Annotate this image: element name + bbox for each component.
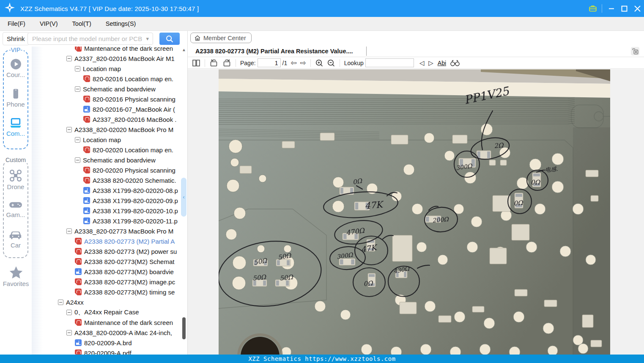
tree-item[interactable]: 820-02016 Location map en. <box>32 74 187 84</box>
tree-item[interactable]: A2338 820-02773 (M2) power su <box>32 246 187 256</box>
close-button[interactable] <box>631 0 644 17</box>
titlebar-separator <box>602 4 602 13</box>
tree-item-label: A2438_820-02009-A iMac 24-inch, <box>74 329 172 336</box>
active-document-tab[interactable]: A2338 820-02773 (M2) Partial Area Resist… <box>188 46 366 57</box>
tree-item[interactable]: 0、A24xx Repair Case <box>32 307 187 317</box>
next-page-button[interactable]: ⇨ <box>299 59 308 66</box>
rail-item-drone[interactable]: Drone <box>4 169 27 190</box>
rail-item-computer[interactable]: Com... <box>4 118 27 137</box>
prev-page-button[interactable]: ⇦ <box>289 59 298 66</box>
tree-item[interactable]: A2338 820-02773(M2) boardvie <box>32 267 187 277</box>
search-button[interactable] <box>159 33 180 45</box>
tab-separator <box>366 47 367 56</box>
tree-item-label: Location map <box>83 136 121 143</box>
chevron-down-icon[interactable]: ▾ <box>146 36 153 42</box>
menu-vip[interactable]: VIP(V) <box>39 19 59 28</box>
svg-text:0Ω: 0Ω <box>363 279 374 288</box>
collapse-node-icon[interactable] <box>66 330 72 336</box>
collapse-node-icon[interactable] <box>58 300 63 305</box>
close-tab-button[interactable] <box>631 47 639 55</box>
zoom-in-button[interactable] <box>313 59 325 67</box>
tree-item[interactable]: A2337_820-02016 MacBook . <box>32 114 187 124</box>
pdf-file-icon <box>75 289 82 295</box>
collapse-node-icon[interactable] <box>75 157 80 163</box>
tree-item[interactable]: A2338 820-02773 (M2) Partial A <box>32 236 187 246</box>
top-strip: Shrink ▾ Member Center <box>0 31 644 47</box>
tree-item[interactable]: A2337_820-02016 MacBook Air M1 <box>32 53 187 63</box>
tree-item[interactable]: Maintenance of the dark screen <box>32 317 187 327</box>
tree-item[interactable]: A2338 X1799-820-02020-10.p <box>32 206 187 216</box>
maximize-button[interactable] <box>618 0 631 17</box>
lookup-prev-button[interactable]: ◁ <box>417 60 427 66</box>
rail-item-phone[interactable]: Phone <box>4 88 27 108</box>
collapse-node-icon[interactable] <box>66 56 72 61</box>
tree-item[interactable]: 820-02009-A.brd <box>32 338 187 348</box>
tree-item[interactable]: 820-02020 Physical scanning <box>32 165 187 175</box>
gamepad-icon <box>9 200 22 210</box>
collapse-node-icon[interactable] <box>75 86 80 92</box>
member-center-label: Member Center <box>203 35 246 41</box>
tree-item-label: A24xx <box>66 299 84 306</box>
scroll-up-icon[interactable]: ▲ <box>181 47 186 52</box>
lookup-next-button[interactable]: ▷ <box>426 60 436 66</box>
rotate-right-button[interactable] <box>220 59 233 67</box>
tree-item[interactable]: 820-02016-07_MacBook Air ( <box>32 104 187 114</box>
rail-item-favorites[interactable]: Favorites <box>0 266 32 287</box>
tree-item[interactable]: A2338 820-02773(M2) timing se <box>32 287 187 297</box>
tree-item[interactable]: Location map <box>32 63 187 74</box>
zoom-out-button[interactable] <box>325 59 337 67</box>
search-input[interactable] <box>28 35 146 42</box>
collapse-node-icon[interactable] <box>66 127 72 132</box>
tree-item[interactable]: A2338 820-02020 Schematic. <box>32 175 187 185</box>
rail-item-label: Gam... <box>6 211 25 218</box>
tree-item[interactable]: A2338 X1799-820-02020-09.p <box>32 195 187 206</box>
collapse-node-icon[interactable] <box>75 66 80 72</box>
tree-item[interactable]: A2338 X1799-820-02020-11.p <box>32 216 187 226</box>
document-canvas[interactable]: PP1V252Ω300Ω0Ω→电感.0Ω0Ω47K200Ω470Ω47K300Ω… <box>188 69 644 355</box>
tree-item[interactable]: Schematic and boardview <box>32 155 187 165</box>
pdf-file-icon <box>75 47 82 52</box>
shrink-button[interactable]: Shrink <box>3 32 29 45</box>
collapse-node-icon[interactable] <box>66 310 72 315</box>
tree-item-label: 820-02016-07_MacBook Air ( <box>93 106 175 113</box>
vip-briefcase-icon[interactable] <box>586 0 599 17</box>
rotate-left-button[interactable] <box>208 59 220 67</box>
pdf-file-icon <box>83 116 90 123</box>
rail-item-car[interactable]: Car <box>4 229 27 249</box>
tree-item[interactable]: 820-02016 Physical scanning <box>32 94 187 104</box>
tree-item[interactable]: A2338_820-02773 MacBook Pro M <box>32 226 187 236</box>
menu-file[interactable]: File(F) <box>7 19 26 28</box>
scrollbar-thumb[interactable] <box>182 317 186 339</box>
tree-item[interactable]: Location map <box>32 135 187 145</box>
tree-item[interactable]: A2338 820-02773(M2) image.pc <box>32 277 187 287</box>
collapse-node-icon[interactable] <box>75 137 80 143</box>
tree-item[interactable]: A2438_820-02009-A iMac 24-inch, <box>32 327 187 338</box>
binoculars-search-button[interactable] <box>448 59 462 67</box>
tree-item[interactable]: 820-02020 Location map en. <box>32 145 187 155</box>
menu-tool[interactable]: Tool(T) <box>71 19 92 28</box>
tree-item-label: A2338 X1799-820-02020-10.p <box>93 207 178 214</box>
text-select-tool-button[interactable]: Abi <box>436 60 448 66</box>
two-page-view-button[interactable] <box>190 59 202 67</box>
collapse-node-icon[interactable] <box>66 228 72 234</box>
tree-item[interactable]: A2338_820-02020 MacBook Pro M <box>32 124 187 135</box>
menu-settings[interactable]: Settings(S) <box>105 19 137 28</box>
tree-item[interactable]: 820-02009-A.pdf <box>32 348 187 355</box>
tree-item-label: A2338 X1799-820-02020-09.p <box>93 197 178 204</box>
tree-item[interactable]: A2338 X1799-820-02020-08.p <box>32 185 187 195</box>
minimize-button[interactable] <box>605 0 618 17</box>
svg-text:0Ω: 0Ω <box>513 199 524 207</box>
tree-item[interactable]: Maintenance of the dark screen <box>32 47 187 53</box>
rail-item-course[interactable]: Cour... <box>4 58 27 78</box>
search-box[interactable]: ▾ <box>27 33 153 45</box>
tree-item-label: Maintenance of the dark screen <box>84 319 173 326</box>
rail-item-game[interactable]: Gam... <box>4 200 27 218</box>
tree-item[interactable]: A24xx <box>32 297 187 307</box>
member-center-button[interactable]: Member Center <box>190 33 252 43</box>
tree-item[interactable]: A2338 820-02773(M2) Schemat <box>32 256 187 267</box>
lookup-input[interactable] <box>365 58 414 67</box>
pdf-file-icon <box>83 96 90 102</box>
page-number-input[interactable] <box>258 58 281 67</box>
tree-item[interactable]: Schematic and boardview <box>32 84 187 94</box>
collapse-panel-handle[interactable]: ‹ <box>181 178 186 217</box>
